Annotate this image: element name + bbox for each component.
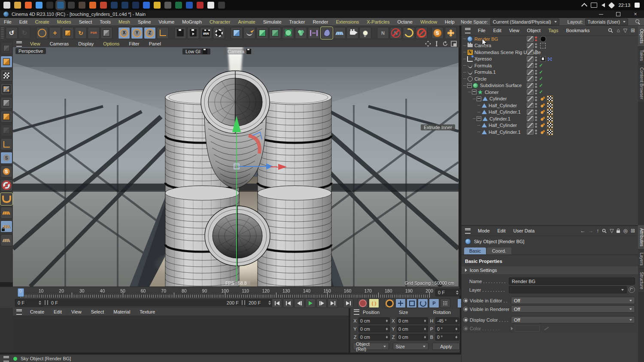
side-tab-objects[interactable]: Objects (638, 26, 644, 47)
end-frame-field[interactable]: 200 F (246, 299, 273, 307)
tree-item-formula[interactable]: Formula✓ (462, 62, 638, 69)
menu-item-panel[interactable]: Panel (144, 41, 166, 46)
menu-item-tools[interactable]: Tools (96, 19, 115, 24)
am-back-icon[interactable]: ← (580, 228, 585, 234)
interactive-render-region-button[interactable]: IRR (200, 27, 212, 39)
spline-modifier-button[interactable] (308, 27, 320, 39)
menu-item-view[interactable]: View (67, 309, 86, 314)
am-add-icon[interactable]: ⊞ (631, 228, 635, 234)
light-button[interactable] (359, 27, 371, 39)
lock-x-axis-button[interactable]: X (118, 27, 130, 39)
collapse-icon[interactable] (467, 83, 472, 88)
menu-item-view[interactable]: View (25, 41, 45, 46)
position-z-field[interactable]: 0 cm (358, 334, 390, 341)
material-manager[interactable]: CreateEditViewSelectMaterialTexture (13, 308, 349, 353)
position-x-field[interactable]: 0 cm (358, 317, 390, 324)
coordinate-system-button[interactable] (100, 27, 112, 39)
start-icon[interactable] (3, 2, 10, 9)
align-workplane-button[interactable] (0, 234, 12, 246)
key-parameter-button[interactable]: P (429, 299, 439, 308)
visible-in-editor-dropdown[interactable]: Off (511, 297, 635, 304)
rotate-tool[interactable]: ↻ (75, 27, 87, 39)
checker-tag[interactable] (547, 103, 553, 109)
layer-override-box[interactable] (527, 49, 534, 55)
menu-item-display[interactable]: Display (73, 41, 98, 46)
visibility-dots[interactable] (535, 90, 537, 94)
tree-item-camera[interactable]: Camera (462, 42, 638, 49)
layer-override-box[interactable] (527, 96, 534, 102)
minimize-button[interactable] (592, 10, 610, 18)
tree-item-subdivision-surface[interactable]: Subdivision Surface✓ (462, 82, 638, 89)
menu-item-spline[interactable]: Spline (134, 19, 155, 24)
goto-start-button[interactable] (272, 299, 282, 308)
visibility-dots[interactable] (535, 103, 537, 108)
layer-override-box[interactable] (527, 109, 534, 115)
camera-label[interactable]: Camera (225, 48, 254, 54)
layer-override-box[interactable] (527, 89, 534, 95)
deformer-button[interactable] (282, 27, 294, 39)
add-primitive-button[interactable] (231, 27, 243, 39)
menu-item-mesh[interactable]: Mesh (115, 19, 134, 24)
houdini-icon[interactable] (89, 2, 96, 9)
menu-item-modes[interactable]: Modes (53, 19, 75, 24)
viewport-menu-grip[interactable] (16, 41, 22, 47)
om-home-icon[interactable]: ⌂ (617, 27, 620, 33)
bend-deformer-button-active[interactable] (321, 27, 333, 39)
phong-tag[interactable] (540, 103, 546, 108)
visibility-dots[interactable] (535, 123, 537, 128)
rotation-b-field[interactable]: 0 ° (435, 334, 459, 341)
scale-tool[interactable] (62, 27, 74, 39)
layer-override-box[interactable] (527, 76, 534, 81)
tree-item-half-cylinder[interactable]: Half_Cylinder (462, 122, 638, 129)
excel-icon[interactable] (175, 2, 182, 9)
menu-item-filter[interactable]: Filter (124, 41, 144, 46)
next-frame-button[interactable] (316, 299, 327, 308)
render-view-button[interactable] (174, 27, 186, 39)
tree-item-cloner[interactable]: Cloner✓ (462, 89, 638, 96)
layer-override-box[interactable] (527, 103, 534, 108)
bridge-icon[interactable] (132, 2, 139, 9)
menu-item-select[interactable]: Select (86, 309, 109, 314)
layer-override-box[interactable] (527, 83, 534, 88)
fire-disabled-button[interactable] (416, 27, 428, 39)
subdivision-surface-button[interactable] (256, 27, 268, 39)
enabled-check-icon[interactable]: ✓ (539, 69, 543, 75)
status-menu-grip[interactable] (3, 356, 9, 362)
lock-workplane-button[interactable] (0, 220, 12, 232)
menu-item-options[interactable]: Options (98, 41, 124, 46)
menu-item-octane[interactable]: Octane (393, 19, 416, 24)
world-coordinates-button[interactable] (157, 27, 169, 39)
zbrush-icon[interactable] (68, 2, 75, 9)
search-commander-icon[interactable] (635, 19, 641, 24)
substance-icon[interactable] (46, 2, 53, 9)
menu-item-help[interactable]: Help (441, 19, 459, 24)
workplane-button[interactable] (0, 207, 12, 219)
menu-item-create[interactable]: Create (31, 19, 53, 24)
collapse-icon[interactable] (472, 90, 477, 94)
explorer-icon[interactable] (14, 2, 21, 9)
layer-override-box[interactable] (527, 116, 534, 121)
key-rotation-button[interactable] (418, 299, 428, 308)
key-scale-button[interactable] (407, 299, 417, 308)
undo-button[interactable]: ↺ (6, 27, 18, 39)
visibility-dots[interactable] (535, 63, 537, 68)
layer-override-box[interactable] (527, 129, 534, 135)
layout-dropdown[interactable]: Tutorials (User) (585, 18, 628, 25)
viewport-rotate-icon[interactable] (442, 41, 448, 47)
visibility-dots[interactable] (535, 43, 537, 48)
position-y-field[interactable]: 0 cm (358, 326, 390, 332)
material-n-button[interactable]: N (377, 27, 389, 39)
interaction-tag[interactable] (540, 56, 546, 62)
menu-item-file[interactable]: File (474, 28, 489, 33)
coordinates-menu-grip[interactable] (354, 309, 359, 315)
visibility-dots[interactable] (535, 76, 537, 81)
menu-item-mode[interactable]: Mode (474, 228, 494, 233)
play-button[interactable] (305, 299, 316, 308)
tree-item-half-cylinder[interactable]: Half_Cylinder (462, 102, 638, 109)
visibility-dots[interactable] (535, 70, 537, 75)
phong-tag[interactable] (540, 109, 546, 115)
menu-item-file[interactable]: File (0, 19, 15, 24)
menu-item-edit[interactable]: Edit (15, 19, 31, 24)
menu-item-mograph[interactable]: MoGraph (178, 19, 206, 24)
tray-chevron-icon[interactable] (581, 3, 587, 9)
